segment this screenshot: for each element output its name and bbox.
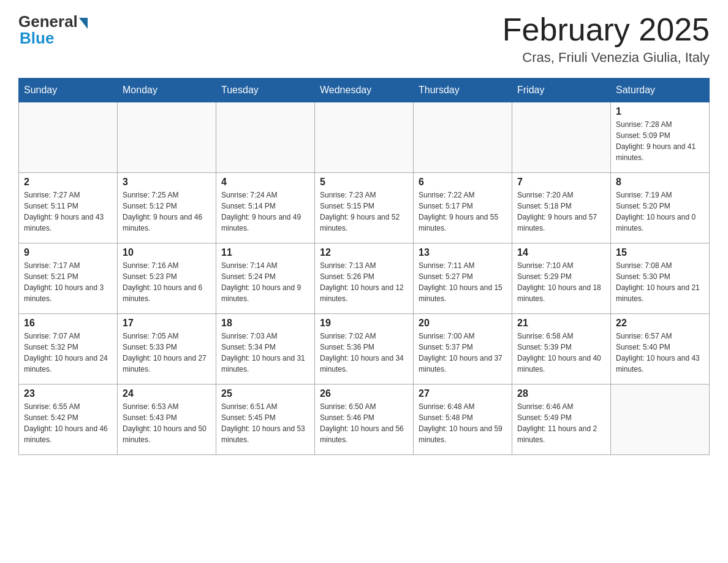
day-number: 26 <box>320 388 408 399</box>
calendar-cell: 17Sunrise: 7:05 AMSunset: 5:33 PMDayligh… <box>118 314 216 385</box>
calendar-week-3: 9Sunrise: 7:17 AMSunset: 5:21 PMDaylight… <box>19 243 710 314</box>
calendar-cell: 25Sunrise: 6:51 AMSunset: 5:45 PMDayligh… <box>216 385 315 455</box>
page-header: General Blue February 2025 Cras, Friuli … <box>18 12 710 66</box>
day-info: Sunrise: 6:48 AMSunset: 5:48 PMDaylight:… <box>419 401 507 445</box>
day-number: 2 <box>24 177 112 188</box>
day-number: 18 <box>221 318 309 329</box>
day-info: Sunrise: 7:02 AMSunset: 5:36 PMDaylight:… <box>320 331 408 375</box>
day-number: 8 <box>616 177 704 188</box>
calendar-cell <box>118 102 216 173</box>
day-info: Sunrise: 7:10 AMSunset: 5:29 PMDaylight:… <box>517 260 605 304</box>
day-info: Sunrise: 6:57 AMSunset: 5:40 PMDaylight:… <box>616 331 704 375</box>
calendar-cell: 24Sunrise: 6:53 AMSunset: 5:43 PMDayligh… <box>118 385 216 455</box>
day-info: Sunrise: 7:24 AMSunset: 5:14 PMDaylight:… <box>221 190 309 234</box>
calendar-cell <box>512 102 611 173</box>
day-number: 11 <box>221 247 309 258</box>
day-number: 3 <box>123 177 211 188</box>
calendar-body: 1Sunrise: 7:28 AMSunset: 5:09 PMDaylight… <box>19 102 710 455</box>
day-number: 12 <box>320 247 408 258</box>
calendar-cell: 5Sunrise: 7:23 AMSunset: 5:15 PMDaylight… <box>315 173 414 243</box>
day-info: Sunrise: 7:11 AMSunset: 5:27 PMDaylight:… <box>419 260 507 304</box>
day-info: Sunrise: 7:19 AMSunset: 5:20 PMDaylight:… <box>616 190 704 234</box>
day-info: Sunrise: 6:55 AMSunset: 5:42 PMDaylight:… <box>24 401 112 445</box>
calendar-cell: 1Sunrise: 7:28 AMSunset: 5:09 PMDaylight… <box>611 102 710 173</box>
day-number: 28 <box>517 388 605 399</box>
day-number: 24 <box>123 388 211 399</box>
calendar-cell: 11Sunrise: 7:14 AMSunset: 5:24 PMDayligh… <box>216 243 315 314</box>
weekday-header-monday: Monday <box>118 79 216 102</box>
calendar-cell <box>611 385 710 455</box>
calendar-cell: 19Sunrise: 7:02 AMSunset: 5:36 PMDayligh… <box>315 314 414 385</box>
day-number: 20 <box>419 318 507 329</box>
day-number: 23 <box>24 388 112 399</box>
location-title: Cras, Friuli Venezia Giulia, Italy <box>502 50 710 66</box>
calendar-week-4: 16Sunrise: 7:07 AMSunset: 5:32 PMDayligh… <box>19 314 710 385</box>
calendar-cell: 18Sunrise: 7:03 AMSunset: 5:34 PMDayligh… <box>216 314 315 385</box>
day-info: Sunrise: 7:28 AMSunset: 5:09 PMDaylight:… <box>616 119 704 163</box>
title-block: February 2025 Cras, Friuli Venezia Giuli… <box>502 12 710 66</box>
month-title: February 2025 <box>502 12 710 47</box>
day-number: 22 <box>616 318 704 329</box>
day-info: Sunrise: 6:51 AMSunset: 5:45 PMDaylight:… <box>221 401 309 445</box>
calendar-cell: 6Sunrise: 7:22 AMSunset: 5:17 PMDaylight… <box>414 173 512 243</box>
calendar-cell: 26Sunrise: 6:50 AMSunset: 5:46 PMDayligh… <box>315 385 414 455</box>
day-info: Sunrise: 7:25 AMSunset: 5:12 PMDaylight:… <box>123 190 211 234</box>
calendar-cell: 3Sunrise: 7:25 AMSunset: 5:12 PMDaylight… <box>118 173 216 243</box>
weekday-header-friday: Friday <box>512 79 611 102</box>
day-number: 14 <box>517 247 605 258</box>
calendar-cell: 22Sunrise: 6:57 AMSunset: 5:40 PMDayligh… <box>611 314 710 385</box>
calendar-cell: 20Sunrise: 7:00 AMSunset: 5:37 PMDayligh… <box>414 314 512 385</box>
calendar-cell <box>216 102 315 173</box>
day-number: 9 <box>24 247 112 258</box>
day-info: Sunrise: 6:58 AMSunset: 5:39 PMDaylight:… <box>517 331 605 375</box>
calendar-cell: 28Sunrise: 6:46 AMSunset: 5:49 PMDayligh… <box>512 385 611 455</box>
calendar-cell: 8Sunrise: 7:19 AMSunset: 5:20 PMDaylight… <box>611 173 710 243</box>
weekday-header-wednesday: Wednesday <box>315 79 414 102</box>
day-info: Sunrise: 7:00 AMSunset: 5:37 PMDaylight:… <box>419 331 507 375</box>
day-info: Sunrise: 7:23 AMSunset: 5:15 PMDaylight:… <box>320 190 408 234</box>
calendar-cell: 21Sunrise: 6:58 AMSunset: 5:39 PMDayligh… <box>512 314 611 385</box>
day-info: Sunrise: 7:20 AMSunset: 5:18 PMDaylight:… <box>517 190 605 234</box>
day-info: Sunrise: 7:08 AMSunset: 5:30 PMDaylight:… <box>616 260 704 304</box>
calendar-cell: 4Sunrise: 7:24 AMSunset: 5:14 PMDaylight… <box>216 173 315 243</box>
logo-blue-text: Blue <box>18 29 54 48</box>
day-number: 5 <box>320 177 408 188</box>
weekday-header-row: SundayMondayTuesdayWednesdayThursdayFrid… <box>19 79 710 102</box>
calendar-week-2: 2Sunrise: 7:27 AMSunset: 5:11 PMDaylight… <box>19 173 710 243</box>
day-info: Sunrise: 6:53 AMSunset: 5:43 PMDaylight:… <box>123 401 211 445</box>
calendar-cell <box>19 102 118 173</box>
calendar-week-5: 23Sunrise: 6:55 AMSunset: 5:42 PMDayligh… <box>19 385 710 455</box>
weekday-header-sunday: Sunday <box>19 79 118 102</box>
day-number: 16 <box>24 318 112 329</box>
calendar-table: SundayMondayTuesdayWednesdayThursdayFrid… <box>18 78 710 455</box>
day-info: Sunrise: 6:46 AMSunset: 5:49 PMDaylight:… <box>517 401 605 445</box>
day-number: 4 <box>221 177 309 188</box>
day-info: Sunrise: 7:22 AMSunset: 5:17 PMDaylight:… <box>419 190 507 234</box>
day-info: Sunrise: 7:03 AMSunset: 5:34 PMDaylight:… <box>221 331 309 375</box>
calendar-cell <box>315 102 414 173</box>
day-info: Sunrise: 6:50 AMSunset: 5:46 PMDaylight:… <box>320 401 408 445</box>
calendar-cell: 14Sunrise: 7:10 AMSunset: 5:29 PMDayligh… <box>512 243 611 314</box>
day-info: Sunrise: 7:14 AMSunset: 5:24 PMDaylight:… <box>221 260 309 304</box>
day-info: Sunrise: 7:27 AMSunset: 5:11 PMDaylight:… <box>24 190 112 234</box>
calendar-cell: 7Sunrise: 7:20 AMSunset: 5:18 PMDaylight… <box>512 173 611 243</box>
calendar-cell: 16Sunrise: 7:07 AMSunset: 5:32 PMDayligh… <box>19 314 118 385</box>
weekday-header-saturday: Saturday <box>611 79 710 102</box>
calendar-header: SundayMondayTuesdayWednesdayThursdayFrid… <box>19 79 710 102</box>
day-info: Sunrise: 7:07 AMSunset: 5:32 PMDaylight:… <box>24 331 112 375</box>
day-number: 6 <box>419 177 507 188</box>
logo-arrow-icon <box>79 18 88 29</box>
day-number: 25 <box>221 388 309 399</box>
calendar-cell: 12Sunrise: 7:13 AMSunset: 5:26 PMDayligh… <box>315 243 414 314</box>
day-number: 7 <box>517 177 605 188</box>
day-number: 1 <box>616 106 704 117</box>
calendar-cell: 9Sunrise: 7:17 AMSunset: 5:21 PMDaylight… <box>19 243 118 314</box>
day-number: 15 <box>616 247 704 258</box>
day-number: 13 <box>419 247 507 258</box>
day-info: Sunrise: 7:05 AMSunset: 5:33 PMDaylight:… <box>123 331 211 375</box>
calendar-cell: 10Sunrise: 7:16 AMSunset: 5:23 PMDayligh… <box>118 243 216 314</box>
calendar-week-1: 1Sunrise: 7:28 AMSunset: 5:09 PMDaylight… <box>19 102 710 173</box>
weekday-header-tuesday: Tuesday <box>216 79 315 102</box>
calendar-cell: 23Sunrise: 6:55 AMSunset: 5:42 PMDayligh… <box>19 385 118 455</box>
calendar-cell <box>414 102 512 173</box>
